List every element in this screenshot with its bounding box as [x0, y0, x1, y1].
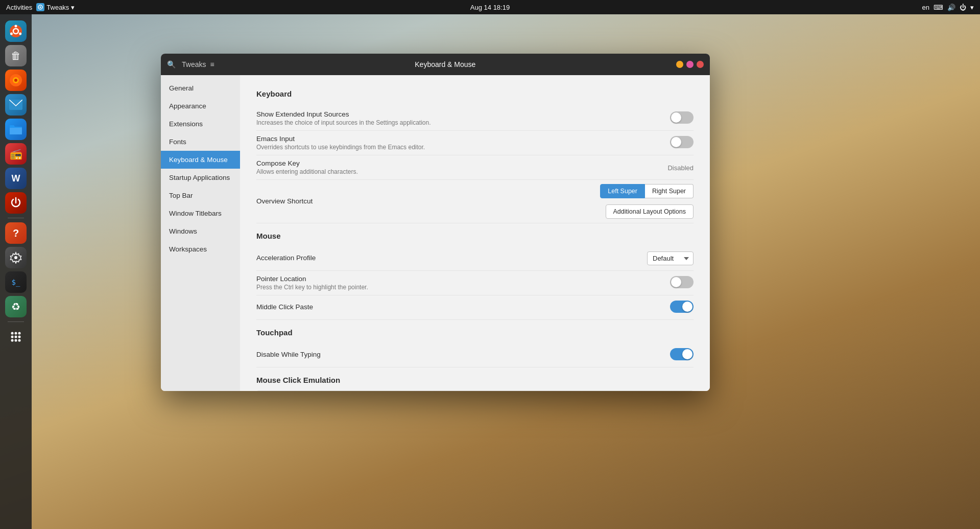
emacs-input-toggle[interactable] [670, 136, 694, 148]
overview-shortcut-label: Overview Shortcut [256, 197, 592, 205]
left-super-button[interactable]: Left Super [600, 184, 645, 198]
pointer-location-desc: Press the Ctrl key to highlight the poin… [256, 284, 662, 291]
middle-click-label: Middle Click Paste [256, 303, 662, 311]
accel-profile-row: Acceleration Profile Default Flat Adapti… [256, 246, 694, 271]
emacs-input-row: Emacs Input Overrides shortcuts to use k… [256, 131, 694, 155]
dock-item-mail[interactable] [5, 94, 27, 116]
pointer-location-row: Pointer Location Press the Ctrl key to h… [256, 271, 694, 295]
right-super-button[interactable]: Right Super [645, 184, 694, 198]
fingers-option[interactable]: Fingers Click the touchpad with two fing… [256, 390, 694, 391]
accel-profile-select[interactable]: Default Flat Adaptive [647, 251, 694, 265]
sidebar-item-startup-applications[interactable]: Startup Applications [161, 169, 240, 187]
disable-typing-row: Disable While Typing [256, 343, 694, 367]
show-extended-row: Show Extended Input Sources Increases th… [256, 106, 694, 131]
svg-point-21 [18, 339, 21, 342]
dock-item-recycle[interactable]: ♻ [5, 296, 27, 317]
language-indicator[interactable]: en [922, 4, 929, 11]
middle-click-row: Middle Click Paste [256, 295, 694, 320]
pointer-location-label: Pointer Location [256, 275, 662, 283]
search-button[interactable]: 🔍 [167, 60, 176, 68]
sidebar-item-extensions[interactable]: Extensions [161, 115, 240, 133]
tweaks-window: 🔍 Tweaks ≡ Keyboard & Mouse General Appe… [161, 54, 710, 391]
svg-point-18 [18, 336, 21, 338]
svg-point-17 [15, 336, 17, 338]
emacs-input-label: Emacs Input [256, 135, 662, 143]
disable-typing-label: Disable While Typing [256, 351, 662, 358]
hamburger-menu-button[interactable]: ≡ [210, 60, 214, 68]
mouse-section-title: Mouse [256, 232, 694, 240]
touchpad-section-title: Touchpad [256, 328, 694, 337]
window-title: Keyboard & Mouse [415, 60, 475, 68]
power-menu-icon[interactable]: ⏻ [960, 4, 966, 11]
show-extended-toggle[interactable] [670, 111, 694, 124]
dock-item-files[interactable] [5, 119, 27, 140]
dropdown-arrow-icon[interactable]: ▾ [970, 4, 974, 11]
svg-point-9 [14, 79, 17, 82]
app-title-label: Tweaks [182, 60, 206, 68]
app-name: Tweaks [46, 4, 69, 11]
emacs-input-desc: Overrides shortcuts to use keybindings f… [256, 144, 662, 151]
overview-shortcut-btngroup: Left Super Right Super [600, 184, 694, 198]
toggle-knob [671, 112, 681, 123]
overview-shortcut-row: Overview Shortcut Left Super Right Super… [256, 180, 694, 223]
sidebar-item-keyboard-mouse[interactable]: Keyboard & Mouse [161, 151, 240, 169]
keyboard-layout-icon[interactable]: ⌨ [934, 4, 943, 11]
toggle-knob [682, 302, 692, 312]
volume-icon[interactable]: 🔊 [947, 4, 955, 11]
dock-item-power[interactable] [5, 192, 27, 214]
app-dropdown-arrow: ▾ [71, 4, 75, 11]
svg-point-14 [15, 332, 17, 335]
dock-item-settings[interactable] [5, 247, 27, 268]
show-extended-label: Show Extended Input Sources [256, 110, 662, 118]
tweaks-app-icon [36, 3, 44, 11]
top-bar: Activities Tweaks ▾ Aug 14 18:19 en ⌨ 🔊 … [0, 0, 980, 14]
sidebar-item-appearance[interactable]: Appearance [161, 97, 240, 115]
svg-point-4 [15, 25, 17, 28]
dock-item-trash-top[interactable]: 🗑 [5, 45, 27, 66]
app-indicator[interactable]: Tweaks ▾ [36, 3, 75, 11]
dock-item-apps[interactable] [5, 326, 27, 348]
main-content: Keyboard Show Extended Input Sources Inc… [240, 75, 710, 391]
toggle-knob [671, 277, 681, 287]
keyboard-section-title: Keyboard [256, 89, 694, 98]
window-titlebar: 🔍 Tweaks ≡ Keyboard & Mouse [161, 54, 710, 75]
svg-point-16 [11, 336, 14, 338]
toggle-knob [682, 349, 692, 359]
dock-item-radio[interactable]: 📻 [5, 143, 27, 165]
close-button[interactable] [697, 61, 704, 68]
svg-rect-11 [10, 128, 22, 134]
window-content: General Appearance Extensions Fonts Keyb… [161, 75, 710, 391]
sidebar-item-general[interactable]: General [161, 79, 240, 97]
sidebar-item-top-bar[interactable]: Top Bar [161, 187, 240, 204]
dock-item-terminal[interactable]: $_ [5, 271, 27, 293]
dock-item-firefox[interactable] [5, 70, 27, 91]
accel-profile-label: Acceleration Profile [256, 254, 639, 262]
sidebar-item-fonts[interactable]: Fonts [161, 133, 240, 151]
dock: 🗑 📻 W ? $_ ♻ [0, 14, 32, 529]
disable-typing-toggle[interactable] [670, 348, 694, 360]
dock-separator [8, 218, 24, 218]
middle-click-toggle[interactable] [670, 301, 694, 313]
sidebar-item-window-titlebars[interactable]: Window Titlebars [161, 204, 240, 222]
sidebar-item-workspaces[interactable]: Workspaces [161, 240, 240, 258]
svg-point-13 [11, 332, 14, 335]
svg-point-6 [10, 33, 13, 35]
additional-layout-button[interactable]: Additional Layout Options [606, 204, 694, 219]
pointer-location-toggle[interactable] [670, 276, 694, 288]
minimize-button[interactable] [676, 61, 683, 68]
dock-item-help[interactable]: ? [5, 222, 27, 244]
svg-point-20 [15, 339, 17, 342]
activities-button[interactable]: Activities [6, 4, 32, 11]
dock-item-ubuntu[interactable] [5, 20, 27, 42]
compose-key-desc: Allows entering additional characters. [256, 168, 659, 175]
dock-item-word[interactable]: W [5, 168, 27, 189]
maximize-button[interactable] [686, 61, 694, 68]
compose-key-value: Disabled [667, 164, 694, 172]
svg-point-1 [40, 7, 41, 8]
clock: Aug 14 18:19 [470, 4, 510, 11]
sidebar-item-windows[interactable]: Windows [161, 222, 240, 240]
svg-point-12 [14, 256, 17, 259]
show-extended-desc: Increases the choice of input sources in… [256, 119, 662, 126]
svg-point-15 [18, 332, 21, 335]
toggle-knob [671, 137, 681, 147]
